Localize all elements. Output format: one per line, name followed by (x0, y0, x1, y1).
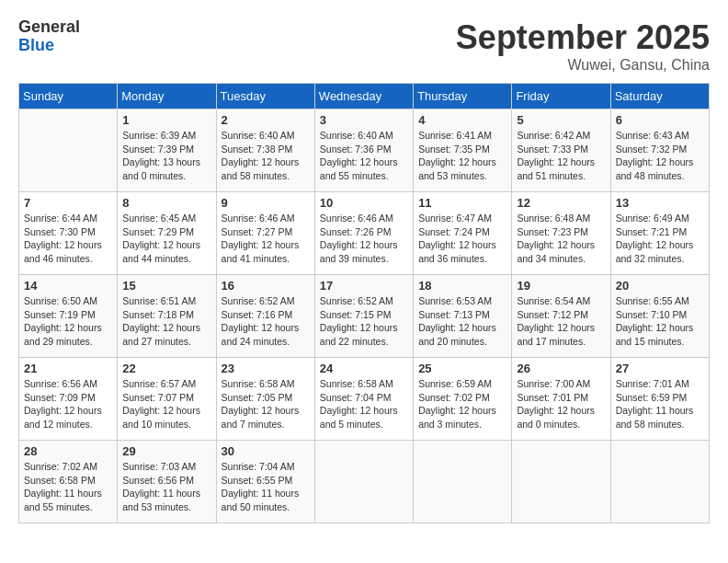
day-info: Sunrise: 7:03 AM Sunset: 6:56 PM Dayligh… (122, 460, 210, 514)
day-number: 6 (616, 113, 704, 127)
calendar-cell: 12Sunrise: 6:48 AM Sunset: 7:23 PM Dayli… (512, 192, 610, 275)
day-number: 7 (24, 196, 112, 210)
day-info: Sunrise: 6:52 AM Sunset: 7:16 PM Dayligh… (222, 294, 310, 349)
day-number: 28 (24, 444, 112, 458)
calendar-week-row: 21Sunrise: 6:56 AM Sunset: 7:09 PM Dayli… (19, 358, 710, 441)
calendar-cell: 16Sunrise: 6:52 AM Sunset: 7:16 PM Dayli… (216, 275, 314, 358)
day-number: 26 (517, 362, 605, 375)
day-header-thursday: Thursday (414, 84, 512, 109)
day-info: Sunrise: 6:41 AM Sunset: 7:35 PM Dayligh… (418, 129, 506, 183)
day-info: Sunrise: 6:59 AM Sunset: 7:02 PM Dayligh… (418, 377, 506, 431)
calendar-cell: 5Sunrise: 6:42 AM Sunset: 7:33 PM Daylig… (512, 109, 610, 192)
calendar-week-row: 1Sunrise: 6:39 AM Sunset: 7:39 PM Daylig… (19, 109, 710, 192)
day-number: 1 (122, 113, 210, 127)
calendar-cell: 13Sunrise: 6:49 AM Sunset: 7:21 PM Dayli… (610, 192, 709, 275)
day-number: 4 (418, 113, 506, 127)
calendar-cell: 14Sunrise: 6:50 AM Sunset: 7:19 PM Dayli… (19, 275, 118, 358)
day-number: 29 (122, 444, 210, 458)
day-header-tuesday: Tuesday (216, 84, 314, 109)
calendar-cell: 30Sunrise: 7:04 AM Sunset: 6:55 PM Dayli… (216, 441, 314, 523)
month-title: September 2025 (456, 18, 710, 57)
day-info: Sunrise: 6:39 AM Sunset: 7:39 PM Dayligh… (122, 129, 210, 183)
calendar-cell: 24Sunrise: 6:58 AM Sunset: 7:04 PM Dayli… (314, 358, 413, 441)
day-info: Sunrise: 6:57 AM Sunset: 7:07 PM Dayligh… (122, 377, 210, 431)
title-section: September 2025 Wuwei, Gansu, China (456, 18, 710, 74)
calendar-cell: 28Sunrise: 7:02 AM Sunset: 6:58 PM Dayli… (19, 441, 118, 523)
day-info: Sunrise: 6:50 AM Sunset: 7:19 PM Dayligh… (24, 294, 112, 349)
calendar-cell: 23Sunrise: 6:58 AM Sunset: 7:05 PM Dayli… (216, 358, 314, 441)
logo-blue: Blue (18, 37, 80, 55)
day-info: Sunrise: 6:46 AM Sunset: 7:26 PM Dayligh… (320, 212, 408, 266)
day-number: 2 (222, 113, 310, 127)
day-number: 11 (418, 196, 506, 210)
day-info: Sunrise: 7:01 AM Sunset: 6:59 PM Dayligh… (616, 377, 704, 431)
day-info: Sunrise: 6:42 AM Sunset: 7:33 PM Dayligh… (517, 129, 605, 183)
calendar-cell: 15Sunrise: 6:51 AM Sunset: 7:18 PM Dayli… (118, 275, 216, 358)
calendar-cell: 11Sunrise: 6:47 AM Sunset: 7:24 PM Dayli… (414, 192, 512, 275)
day-header-wednesday: Wednesday (314, 84, 413, 109)
day-number: 19 (517, 279, 605, 293)
calendar-cell: 25Sunrise: 6:59 AM Sunset: 7:02 PM Dayli… (414, 358, 512, 441)
day-number: 14 (24, 279, 112, 293)
calendar-cell: 21Sunrise: 6:56 AM Sunset: 7:09 PM Dayli… (19, 358, 118, 441)
day-number: 8 (122, 196, 210, 210)
logo-general: General (18, 18, 80, 37)
day-info: Sunrise: 6:40 AM Sunset: 7:36 PM Dayligh… (320, 129, 408, 183)
day-number: 25 (418, 362, 506, 375)
day-number: 10 (320, 196, 408, 210)
day-info: Sunrise: 6:46 AM Sunset: 7:27 PM Dayligh… (222, 212, 310, 266)
day-info: Sunrise: 6:40 AM Sunset: 7:38 PM Dayligh… (222, 129, 310, 183)
calendar-cell (19, 109, 118, 192)
page-header: General Blue September 2025 Wuwei, Gansu… (18, 18, 710, 74)
day-info: Sunrise: 6:58 AM Sunset: 7:04 PM Dayligh… (320, 377, 408, 431)
calendar-cell: 26Sunrise: 7:00 AM Sunset: 7:01 PM Dayli… (512, 358, 610, 441)
calendar-cell: 4Sunrise: 6:41 AM Sunset: 7:35 PM Daylig… (414, 109, 512, 192)
calendar-cell: 18Sunrise: 6:53 AM Sunset: 7:13 PM Dayli… (414, 275, 512, 358)
calendar-week-row: 14Sunrise: 6:50 AM Sunset: 7:19 PM Dayli… (19, 275, 710, 358)
day-info: Sunrise: 6:53 AM Sunset: 7:13 PM Dayligh… (418, 294, 506, 349)
calendar-cell: 22Sunrise: 6:57 AM Sunset: 7:07 PM Dayli… (118, 358, 216, 441)
calendar-cell: 6Sunrise: 6:43 AM Sunset: 7:32 PM Daylig… (610, 109, 709, 192)
day-header-sunday: Sunday (19, 84, 118, 109)
day-number: 3 (320, 113, 408, 127)
day-info: Sunrise: 6:58 AM Sunset: 7:05 PM Dayligh… (222, 377, 310, 431)
calendar-cell: 8Sunrise: 6:45 AM Sunset: 7:29 PM Daylig… (118, 192, 216, 275)
day-info: Sunrise: 6:48 AM Sunset: 7:23 PM Dayligh… (517, 212, 605, 266)
day-info: Sunrise: 6:51 AM Sunset: 7:18 PM Dayligh… (122, 294, 210, 349)
day-number: 16 (222, 279, 310, 293)
calendar-cell: 3Sunrise: 6:40 AM Sunset: 7:36 PM Daylig… (314, 109, 413, 192)
day-info: Sunrise: 6:49 AM Sunset: 7:21 PM Dayligh… (616, 212, 704, 266)
day-info: Sunrise: 6:55 AM Sunset: 7:10 PM Dayligh… (616, 294, 704, 349)
calendar-cell: 17Sunrise: 6:52 AM Sunset: 7:15 PM Dayli… (314, 275, 413, 358)
calendar-week-row: 7Sunrise: 6:44 AM Sunset: 7:30 PM Daylig… (19, 192, 710, 275)
calendar-cell: 19Sunrise: 6:54 AM Sunset: 7:12 PM Dayli… (512, 275, 610, 358)
day-header-friday: Friday (512, 84, 610, 109)
day-number: 20 (616, 279, 704, 293)
calendar-cell (610, 441, 709, 523)
calendar-table: SundayMondayTuesdayWednesdayThursdayFrid… (18, 83, 710, 523)
calendar-cell: 29Sunrise: 7:03 AM Sunset: 6:56 PM Dayli… (118, 441, 216, 523)
day-info: Sunrise: 7:02 AM Sunset: 6:58 PM Dayligh… (24, 460, 112, 514)
day-info: Sunrise: 7:04 AM Sunset: 6:55 PM Dayligh… (222, 460, 310, 514)
day-info: Sunrise: 6:47 AM Sunset: 7:24 PM Dayligh… (418, 212, 506, 266)
calendar-cell: 10Sunrise: 6:46 AM Sunset: 7:26 PM Dayli… (314, 192, 413, 275)
calendar-cell (314, 441, 413, 523)
calendar-cell (512, 441, 610, 523)
calendar-cell: 2Sunrise: 6:40 AM Sunset: 7:38 PM Daylig… (216, 109, 314, 192)
day-number: 13 (616, 196, 704, 210)
day-number: 17 (320, 279, 408, 293)
logo: General Blue (18, 18, 80, 55)
calendar-header-row: SundayMondayTuesdayWednesdayThursdayFrid… (19, 84, 710, 109)
day-info: Sunrise: 6:44 AM Sunset: 7:30 PM Dayligh… (24, 212, 112, 266)
location-subtitle: Wuwei, Gansu, China (456, 57, 710, 74)
calendar-cell: 20Sunrise: 6:55 AM Sunset: 7:10 PM Dayli… (610, 275, 709, 358)
day-info: Sunrise: 6:45 AM Sunset: 7:29 PM Dayligh… (122, 212, 210, 266)
day-header-saturday: Saturday (610, 84, 709, 109)
logo-text: General Blue (18, 18, 80, 55)
calendar-cell (414, 441, 512, 523)
day-header-monday: Monday (118, 84, 216, 109)
day-info: Sunrise: 6:54 AM Sunset: 7:12 PM Dayligh… (517, 294, 605, 349)
day-info: Sunrise: 6:56 AM Sunset: 7:09 PM Dayligh… (24, 377, 112, 431)
day-info: Sunrise: 7:00 AM Sunset: 7:01 PM Dayligh… (517, 377, 605, 431)
calendar-cell: 7Sunrise: 6:44 AM Sunset: 7:30 PM Daylig… (19, 192, 118, 275)
